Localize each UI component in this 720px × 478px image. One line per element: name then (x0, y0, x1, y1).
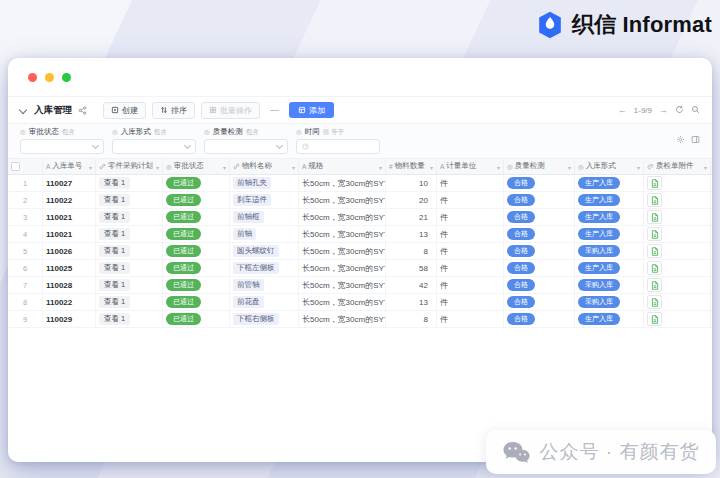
attachment-file-button[interactable] (647, 193, 662, 207)
column-header-mode[interactable]: ◎入库形式▾ (575, 159, 644, 175)
inbound-mode-pill: 采购入库 (578, 296, 620, 307)
approval-cell: 已通过 (163, 294, 230, 311)
select-all-checkbox[interactable] (11, 162, 20, 171)
material-tag: 前轴孔夹 (233, 177, 271, 189)
approval-status-pill: 已通过 (166, 211, 201, 222)
share-icon[interactable] (78, 106, 87, 115)
filter-quality-select[interactable] (204, 139, 288, 154)
attachment-file-button[interactable] (647, 278, 662, 292)
approval-cell: 已通过 (163, 175, 230, 192)
column-caret-icon[interactable]: ▾ (497, 164, 500, 171)
supplier-cell: 供应商1 (711, 175, 713, 192)
qty-cell: 8 (386, 243, 437, 260)
view-title[interactable]: 入库管理 (34, 104, 72, 117)
column-caret-icon[interactable]: ▾ (379, 164, 382, 171)
plan-cell: 查看 1 (96, 192, 163, 209)
column-header-material[interactable]: 物料名称▾ (230, 159, 299, 175)
material-cell: 前花盘 (230, 294, 299, 311)
plan-view-link[interactable]: 查看 1 (99, 211, 130, 223)
filter-time-input[interactable] (296, 139, 380, 154)
attachment-cell (644, 311, 711, 328)
unit-cell: 件 (437, 294, 504, 311)
inbound-mode-pill: 生产入库 (578, 228, 620, 239)
attachment-file-button[interactable] (647, 227, 662, 241)
qc-result-pill: 合格 (507, 296, 535, 307)
plan-view-link[interactable]: 查看 1 (99, 245, 130, 257)
attachment-file-button[interactable] (647, 295, 662, 309)
column-caret-icon[interactable]: ▾ (430, 164, 433, 171)
column-header-supplier[interactable]: A供应商▾ (711, 159, 713, 175)
pagination-next-button[interactable]: → (659, 105, 668, 115)
attachment-cell (644, 175, 711, 192)
column-caret-icon[interactable]: ▾ (568, 164, 571, 171)
column-header-approval[interactable]: ◎审批状态▾ (163, 159, 230, 175)
plan-view-link[interactable]: 查看 1 (99, 194, 130, 206)
column-caret-icon[interactable]: ▾ (292, 164, 295, 171)
column-caret-icon[interactable]: ▾ (637, 164, 640, 171)
column-header-unit[interactable]: A计量单位▾ (437, 159, 504, 175)
supplier-cell: 供应商1 (711, 277, 713, 294)
add-record-button[interactable]: 添加 (289, 102, 334, 118)
filter-inbound-mode-select[interactable] (112, 139, 196, 154)
qty-cell: 8 (386, 311, 437, 328)
qc-cell: 合格 (504, 277, 575, 294)
more-button[interactable]: — (266, 105, 283, 115)
column-header-spec[interactable]: A规格▾ (299, 159, 386, 175)
window-minimize-button[interactable] (45, 73, 54, 82)
column-caret-icon[interactable]: ▾ (223, 164, 226, 171)
filter-approval-select[interactable] (20, 139, 104, 154)
pagination-prev-button[interactable]: ← (618, 105, 627, 115)
status-icon: ◎ (578, 163, 584, 171)
column-header-order-no[interactable]: A入库单号▾ (43, 159, 96, 175)
column-header-qty[interactable]: #物料数量▾ (386, 159, 437, 175)
attachment-cell (644, 294, 711, 311)
attachment-file-button[interactable] (647, 210, 662, 224)
order-no-cell: 110026 (43, 243, 96, 260)
material-cell: 前轴 (230, 226, 299, 243)
plan-view-link[interactable]: 查看 1 (99, 177, 130, 189)
plan-view-link[interactable]: 查看 1 (99, 262, 130, 274)
approval-status-pill: 已通过 (166, 296, 201, 307)
column-caret-icon[interactable]: ▾ (156, 164, 159, 171)
approval-status-pill: 已通过 (166, 194, 201, 205)
batch-actions-button[interactable]: 批量操作 (201, 102, 260, 119)
view-dropdown-icon[interactable] (19, 106, 27, 114)
watermark-badge: 公众号 · 有颜有货 (486, 430, 716, 474)
column-header-attachment[interactable]: 质检单附件▾ (644, 159, 711, 175)
refresh-icon[interactable] (675, 105, 684, 116)
unit-cell: 件 (437, 209, 504, 226)
window-close-button[interactable] (28, 73, 37, 82)
attachment-file-button[interactable] (647, 176, 662, 190)
plan-view-link[interactable]: 查看 1 (99, 313, 130, 325)
plan-view-link[interactable]: 查看 1 (99, 279, 130, 291)
sort-button[interactable]: 排序 (152, 102, 195, 119)
window-zoom-button[interactable] (62, 73, 71, 82)
approval-cell: 已通过 (163, 243, 230, 260)
table-row: 7110028查看 1已通过前管轴长50cm，宽30cm的SYT42件合格采购入… (8, 277, 712, 294)
attachment-file-button[interactable] (647, 244, 662, 258)
create-button[interactable]: 创建 (103, 102, 146, 119)
material-tag: 前轴 (233, 228, 256, 240)
plan-cell: 查看 1 (96, 209, 163, 226)
inbound-mode-pill: 生产入库 (578, 211, 620, 222)
attachment-file-button[interactable] (647, 261, 662, 275)
text-icon: A (302, 163, 306, 170)
row-number: 8 (8, 294, 43, 311)
column-header-plan[interactable]: 零件采购计划▾ (96, 159, 163, 175)
column-caret-icon[interactable]: ▾ (704, 164, 707, 171)
status-icon: ◎ (166, 163, 172, 171)
order-no-cell: 110028 (43, 277, 96, 294)
plan-view-link[interactable]: 查看 1 (99, 228, 130, 240)
material-tag: 下框左侧板 (233, 262, 279, 274)
search-icon[interactable] (691, 105, 700, 116)
column-header-qc[interactable]: ◎质量检测▾ (504, 159, 575, 175)
row-number: 3 (8, 209, 43, 226)
row-number: 7 (8, 277, 43, 294)
attachment-file-button[interactable] (647, 312, 662, 326)
gear-icon[interactable] (676, 130, 685, 148)
panel-settings-icon[interactable] (691, 130, 700, 148)
column-caret-icon[interactable]: ▾ (89, 164, 92, 171)
column-header-select[interactable] (8, 159, 43, 175)
row-number: 2 (8, 192, 43, 209)
plan-view-link[interactable]: 查看 1 (99, 296, 130, 308)
